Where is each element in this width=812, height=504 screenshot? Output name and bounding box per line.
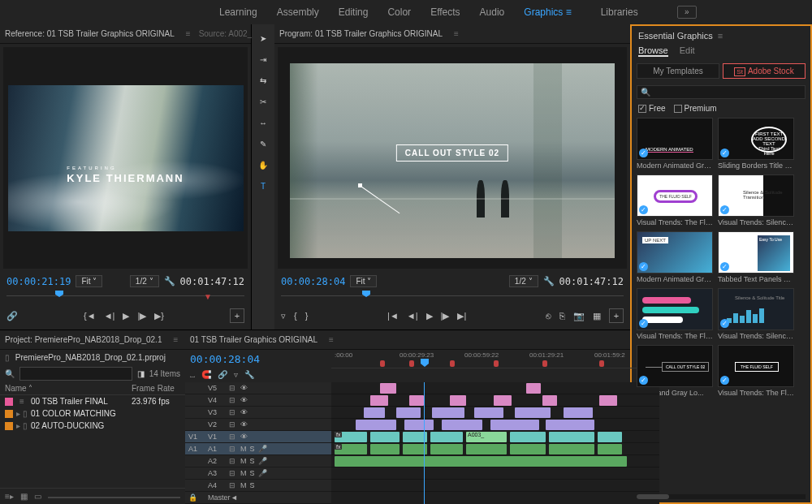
timeline-settings-icon[interactable]: 🔧 xyxy=(244,370,254,379)
reference-settings-icon[interactable]: 🔧 xyxy=(164,276,175,286)
timeline-nest-icon[interactable]: ⎵ xyxy=(190,370,195,379)
eg-template-item[interactable]: ✓ Visual Trends: The Fluid ... xyxy=(637,288,713,340)
workspace-tab-libraries[interactable]: Libraries xyxy=(601,6,638,18)
program-play-icon[interactable]: ▶ xyxy=(426,311,433,321)
source-patch-v1[interactable]: V1 xyxy=(188,433,205,441)
program-monitor-viewport[interactable]: CALL OUT STYLE 02 xyxy=(278,47,627,269)
eg-template-item[interactable]: FIRST TEXTADD SECOND TEXTThird Text Here… xyxy=(718,118,794,170)
workspace-tab-learning[interactable]: Learning xyxy=(219,6,257,18)
reference-monitor-viewport[interactable]: FEATURING KYLE THIERMANN xyxy=(3,47,248,269)
reference-zoom-dropdown[interactable]: 1/2 ˅ xyxy=(130,275,159,287)
program-lift-icon[interactable]: ⎋ xyxy=(546,311,551,321)
eg-template-item[interactable]: THE FLUID SELF✓ Visual Trends: The Fluid… xyxy=(637,174,713,226)
reference-gang-icon[interactable]: 🔗 xyxy=(6,311,18,321)
eg-browse-tab[interactable]: Browse xyxy=(638,45,668,57)
reference-mark-in-icon[interactable]: {◄ xyxy=(84,311,96,321)
reference-tab[interactable]: Reference: 01 TSB Trailer Graphics ORIGI… xyxy=(5,29,175,38)
project-freeform-view-icon[interactable]: ▭ xyxy=(34,492,41,501)
eg-filter-free-checkbox[interactable]: Free xyxy=(638,104,666,113)
hand-tool-icon[interactable]: ✋ xyxy=(256,157,270,172)
program-step-back-icon[interactable]: ◄| xyxy=(407,311,418,321)
timeline-marker-icon[interactable]: ▿ xyxy=(234,370,238,379)
eg-template-item[interactable]: Silence & SolitudeTransition✓ Visual Tre… xyxy=(718,174,794,226)
timeline-tab-menu-icon[interactable]: ≡ xyxy=(329,335,334,344)
reference-button-editor-icon[interactable]: + xyxy=(230,308,244,323)
source-patch-a1[interactable]: A1 xyxy=(188,445,205,453)
eg-template-item[interactable]: UP NEXT✓ Modern Animated Gradi... xyxy=(637,231,713,283)
timeline-tracks-area[interactable]: fx A003_ fx xyxy=(331,382,659,504)
eg-my-templates-button[interactable]: My Templates xyxy=(637,63,719,79)
program-extract-icon[interactable]: ⎘ xyxy=(559,311,565,321)
slip-tool-icon[interactable]: ↔ xyxy=(256,115,270,130)
program-fit-dropdown[interactable]: Fit ˅ xyxy=(350,275,377,287)
timeline-snap-icon[interactable]: 🧲 xyxy=(201,370,211,379)
project-icon-view-icon[interactable]: ▦ xyxy=(20,492,28,501)
program-step-fwd-icon[interactable]: |▶ xyxy=(441,311,450,321)
timeline-ruler[interactable]: :00:0000:00:29:23 00:00:59:2200:01:29:21… xyxy=(331,350,659,368)
program-mark-out-button[interactable]: } xyxy=(305,311,309,321)
workspace-tab-color[interactable]: Color xyxy=(387,6,411,18)
selection-tool-icon[interactable]: ➤ xyxy=(256,31,270,45)
pen-tool-icon[interactable]: ✎ xyxy=(256,136,270,151)
ripple-tool-icon[interactable]: ⇆ xyxy=(256,73,270,88)
reference-step-back-icon[interactable]: ◄| xyxy=(104,311,115,321)
workspace-tab-graphics[interactable]: Graphics ≡ xyxy=(524,6,581,18)
program-tab[interactable]: Program: 01 TSB Trailer Graphics ORIGINA… xyxy=(279,29,443,38)
program-go-in-icon[interactable]: |◄ xyxy=(387,311,399,321)
timeline-playhead[interactable] xyxy=(424,382,425,504)
timeline-tab[interactable]: 01 TSB Trailer Graphics ORIGINAL xyxy=(190,335,317,344)
workspace-tab-effects[interactable]: Effects xyxy=(430,6,460,18)
eg-template-item[interactable]: THE FLUID SELF✓ Visual Trends: The Fluid… xyxy=(718,345,794,397)
project-tab[interactable]: Project: PremierePro_NAB2018_Drop_02.1 xyxy=(5,335,162,344)
project-item-row[interactable]: ▸ ▯ 01 COLOR MATCHING xyxy=(0,407,185,420)
eg-filter-premium-checkbox[interactable]: Premium xyxy=(674,104,717,113)
program-scrub-bar[interactable] xyxy=(281,291,624,302)
track-select-tool-icon[interactable]: ⇥ xyxy=(256,52,270,67)
reference-mark-out-icon[interactable]: ▶} xyxy=(154,311,164,321)
project-col-framerate[interactable]: Frame Rate xyxy=(132,384,180,393)
program-export-frame-icon[interactable]: 📷 xyxy=(573,311,585,321)
project-tab-menu-icon[interactable]: ≡ xyxy=(173,335,178,344)
eg-search-input[interactable]: 🔍 xyxy=(637,85,806,99)
workspace-tab-assembly[interactable]: Assembly xyxy=(277,6,319,18)
project-item-row[interactable]: ▸ ▯ 02 AUTO-DUCKING xyxy=(0,420,185,432)
eg-edit-tab[interactable]: Edit xyxy=(680,45,695,57)
eg-adobe-stock-button[interactable]: StAdobe Stock xyxy=(723,63,806,79)
timeline-link-icon[interactable]: 🔗 xyxy=(218,370,227,379)
workspace-tab-editing[interactable]: Editing xyxy=(339,6,369,18)
reference-tab-menu-icon[interactable]: ≡ xyxy=(186,29,191,38)
project-list-view-icon[interactable]: ≡▸ xyxy=(5,492,14,501)
workspace-overflow-button[interactable]: » xyxy=(677,6,697,19)
program-add-marker-icon[interactable]: ▿ xyxy=(281,311,286,321)
project-zoom-slider[interactable] xyxy=(48,497,180,501)
program-go-out-icon[interactable]: ▶| xyxy=(457,311,466,321)
program-timecode-in[interactable]: 00:00:28:04 xyxy=(281,276,345,287)
reference-out-marker-icon[interactable]: ▼ xyxy=(204,292,212,301)
program-callout-graphic[interactable]: CALL OUT STYLE 02 xyxy=(396,144,508,162)
program-settings-icon[interactable]: 🔧 xyxy=(543,276,555,286)
timeline-timecode[interactable]: 00:00:28:04 xyxy=(190,353,326,365)
program-comparison-icon[interactable]: ▦ xyxy=(593,311,601,321)
project-col-name[interactable]: Name ˄ xyxy=(5,384,132,393)
reference-fit-dropdown[interactable]: Fit ˅ xyxy=(76,275,102,287)
program-mark-in-button[interactable]: { xyxy=(294,311,297,321)
type-tool-icon[interactable]: T xyxy=(256,179,270,193)
eg-template-item[interactable]: Easy To Use✓ Tabbed Text Panels Title... xyxy=(718,231,794,283)
eg-template-item[interactable]: Silence & Solitude Title✓ Visual Trends:… xyxy=(718,288,794,340)
label-swatch xyxy=(5,398,13,406)
workspace-tab-audio[interactable]: Audio xyxy=(480,6,505,18)
reference-timecode-in[interactable]: 00:00:21:19 xyxy=(6,276,71,287)
essential-graphics-menu-icon[interactable]: ≡ xyxy=(718,31,723,41)
reference-play-icon[interactable]: ▶ xyxy=(123,311,129,321)
eg-horizontal-scrollbar[interactable] xyxy=(637,494,806,499)
reference-scrub-bar[interactable]: ▼ xyxy=(6,291,244,302)
razor-tool-icon[interactable]: ✂ xyxy=(256,94,270,109)
project-item-row[interactable]: ≡ 00 TSB Trailer FINAL 23.976 fps xyxy=(0,395,185,407)
reference-step-fwd-icon[interactable]: |▶ xyxy=(137,311,146,321)
program-button-editor-icon[interactable]: + xyxy=(609,308,624,323)
project-filter-icon[interactable]: ◨ xyxy=(137,369,145,378)
eg-template-item[interactable]: MODERN ANIMATED✓ Modern Animated Gradi..… xyxy=(637,118,713,170)
project-search-input[interactable] xyxy=(19,367,132,381)
program-tab-menu-icon[interactable]: ≡ xyxy=(454,29,459,38)
program-zoom-dropdown[interactable]: 1/2 ˅ xyxy=(509,275,538,287)
